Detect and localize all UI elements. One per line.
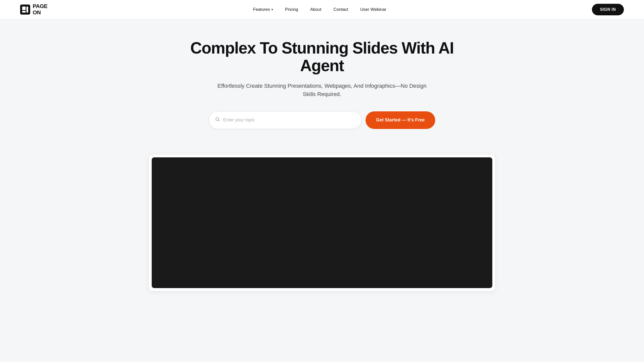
contact-label: Contact: [333, 7, 348, 12]
logo-link[interactable]: PAGE ON: [20, 3, 48, 15]
hero-section: Complex To Stunning Slides With AI Agent…: [0, 19, 644, 144]
demo-screen: [152, 157, 492, 288]
features-label: Features: [253, 7, 270, 12]
logo-text: PAGE ON: [33, 3, 48, 15]
nav-features-link[interactable]: Features ▾: [253, 7, 273, 12]
hero-subtitle: Effortlessly Create Stunning Presentatio…: [214, 82, 430, 98]
about-label: About: [310, 7, 321, 12]
pricing-label: Pricing: [285, 7, 298, 12]
svg-line-5: [218, 120, 220, 121]
demo-section: [0, 144, 644, 291]
svg-rect-1: [22, 7, 26, 10]
search-container: Get Started — It's Free: [209, 111, 435, 129]
nav-webinar-link[interactable]: User Webinar: [360, 7, 386, 12]
svg-rect-2: [22, 11, 26, 13]
search-input-wrapper: [209, 111, 361, 129]
topic-input[interactable]: [223, 117, 355, 123]
demo-container: [148, 154, 496, 291]
svg-rect-3: [26, 7, 28, 13]
search-icon: [215, 117, 220, 123]
signin-button[interactable]: SIGN IN: [592, 4, 624, 15]
nav-contact-link[interactable]: Contact: [333, 7, 348, 12]
nav-pricing-link[interactable]: Pricing: [285, 7, 298, 12]
nav-about-link[interactable]: About: [310, 7, 321, 12]
hero-title: Complex To Stunning Slides With AI Agent: [184, 39, 460, 75]
navbar: PAGE ON Features ▾ Pricing About Contact: [0, 0, 644, 19]
webinar-label: User Webinar: [360, 7, 386, 12]
get-started-button[interactable]: Get Started — It's Free: [366, 111, 435, 129]
logo-icon: [20, 5, 30, 15]
chevron-down-icon: ▾: [271, 8, 273, 11]
nav-links: Features ▾ Pricing About Contact User We…: [253, 7, 386, 12]
